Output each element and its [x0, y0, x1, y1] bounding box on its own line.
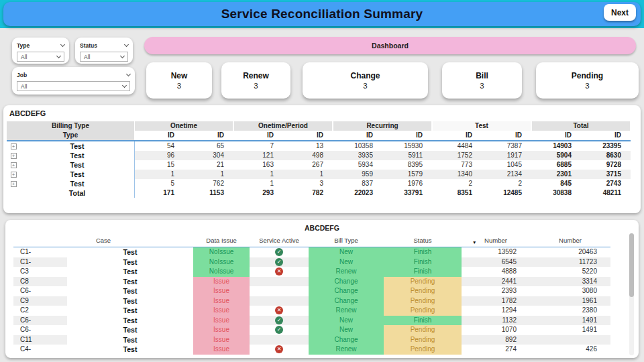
kpi-card-new[interactable]: New 3 [146, 62, 212, 99]
kpi-card-pending[interactable]: Pending 3 [536, 62, 639, 99]
expand-plus-icon[interactable]: + [11, 181, 17, 187]
expand-plus-icon[interactable]: + [11, 172, 17, 178]
case-name: Test [67, 316, 193, 326]
status-cell: Pending [384, 306, 462, 316]
matrix-value: 1976 [382, 179, 432, 188]
number-cell-1: 1782 [462, 296, 530, 306]
type-filter-label: Type [17, 42, 30, 49]
kpi-card-renew[interactable]: Renew 3 [221, 62, 290, 99]
scrollbar-thumb[interactable] [629, 233, 634, 297]
matrix-value: 5904 [531, 151, 581, 160]
column-header-case[interactable]: Case [13, 237, 193, 244]
dashboard-button[interactable]: Dashboard [144, 37, 636, 54]
bill-type-cell: Change [309, 335, 384, 345]
matrix-value: 3935 [333, 151, 382, 160]
service-active-cell: ✓ [250, 316, 309, 326]
id-column-header[interactable]: ID [283, 131, 333, 140]
matrix-row-label: Test [20, 142, 134, 150]
detail-scrollbar[interactable] [629, 233, 634, 355]
case-name: Test [67, 286, 193, 296]
status-cell: Finish [384, 247, 462, 257]
id-column-header[interactable]: ID [432, 131, 482, 140]
id-column-header[interactable]: ID [482, 131, 531, 140]
id-column-header[interactable]: ID [233, 131, 283, 140]
id-column-header[interactable]: ID [134, 131, 184, 140]
case-id: C6- [13, 325, 67, 335]
column-header-number-2[interactable]: Number [530, 237, 610, 244]
column-header-status[interactable]: Status [384, 237, 462, 244]
service-active-cell: ✕ [250, 267, 309, 277]
data-issue-cell: NoIssue [193, 267, 250, 277]
matrix-grid: Billing Type Onetime Onetime/Period Recu… [7, 121, 631, 198]
id-column-header[interactable]: ID [531, 131, 581, 140]
status-cell: Pending [384, 345, 462, 355]
matrix-value: 13 [283, 141, 333, 151]
matrix-body: +Test54657131035815930448473871490323395… [7, 140, 631, 198]
kpi-label: New [171, 71, 188, 80]
detail-header-row: Case Data Issue Service Active Bill Type… [13, 235, 610, 245]
kpi-card-bill[interactable]: Bill 3 [442, 62, 522, 99]
matrix-value: 8395 [382, 160, 432, 170]
status-filter-select[interactable]: All [80, 52, 128, 62]
service-active-cell: ✓ [250, 257, 309, 267]
kpi-label: Change [350, 71, 380, 80]
number-cell-2: 20463 [530, 247, 610, 257]
kpi-value: 3 [254, 82, 258, 90]
status-sort-indicator-icon[interactable]: ▼ [472, 240, 476, 245]
expand-plus-icon[interactable]: + [11, 143, 17, 149]
matrix-total-value: 33791 [382, 188, 432, 198]
detail-row: C4-TestIssue✕RenewPending274426 [13, 345, 610, 355]
kpi-value: 3 [177, 82, 181, 90]
detail-row: C9TestIssueChangePending17821961 [13, 296, 610, 306]
group-header-test: Test [433, 121, 531, 131]
id-column-header[interactable]: ID [184, 131, 233, 140]
matrix-value: 1 [184, 170, 233, 179]
matrix-value: 2 [482, 179, 531, 188]
matrix-value: 96 [134, 151, 184, 160]
job-filter-header[interactable]: Job [17, 71, 130, 79]
matrix-total-value: 8351 [432, 188, 482, 198]
detail-row: C1-TestNoIssue✓NewFinish1359220463 [13, 247, 610, 257]
detail-row: C6-TestIssue✓NewFinish11321491 [13, 316, 610, 326]
type-filter-select[interactable]: All [17, 52, 64, 62]
job-filter-select[interactable]: All [17, 81, 130, 91]
column-header-bill-type[interactable]: Bill Type [309, 237, 384, 244]
case-id: C8 [13, 277, 67, 287]
expand-plus-icon[interactable]: + [11, 162, 17, 168]
chevron-down-icon [122, 82, 127, 87]
next-button[interactable]: Next [604, 4, 636, 21]
column-header-service-active[interactable]: Service Active [250, 237, 309, 244]
matrix-total-value: 171 [134, 188, 184, 198]
matrix-corner-top: Billing Type [7, 121, 134, 131]
id-column-header[interactable]: ID [382, 131, 432, 140]
matrix-value: 845 [531, 179, 581, 188]
data-issue-cell: Issue [193, 325, 250, 335]
matrix-value: 6885 [531, 160, 581, 170]
matrix-total-value: 30838 [531, 188, 581, 198]
case-name: Test [67, 257, 193, 267]
detail-row: C2TestIssue✕RenewPending12942380 [13, 306, 610, 316]
detail-row: C6-TestIssue✓NewPending10701491 [13, 325, 610, 335]
group-header-recurring: Recurring [333, 121, 431, 131]
type-filter-header[interactable]: Type [17, 42, 64, 50]
id-column-header[interactable]: ID [581, 131, 631, 140]
matrix-row-label: Test [20, 180, 134, 188]
status-cell: Pending [384, 277, 462, 287]
matrix-row-label: Test [20, 152, 134, 160]
matrix-value: 2 [432, 179, 482, 188]
matrix-value: 5 [134, 179, 184, 188]
number-cell-2: 1961 [530, 296, 610, 306]
column-header-data-issue[interactable]: Data Issue [193, 237, 250, 244]
matrix-value: 762 [184, 179, 233, 188]
matrix-row: +Test54657131035815930448473871490323395 [7, 141, 631, 151]
case-id: C4- [13, 345, 67, 355]
matrix-value: 1752 [432, 151, 482, 160]
chevron-down-icon [126, 72, 131, 76]
id-column-header[interactable]: ID [333, 131, 382, 140]
expand-plus-icon[interactable]: + [11, 153, 17, 159]
check-icon: ✓ [275, 316, 283, 324]
matrix-value: 2743 [581, 179, 631, 188]
kpi-card-change[interactable]: Change 3 [303, 62, 428, 99]
status-filter-header[interactable]: Status [80, 42, 128, 50]
bill-type-cell: New [309, 257, 384, 267]
